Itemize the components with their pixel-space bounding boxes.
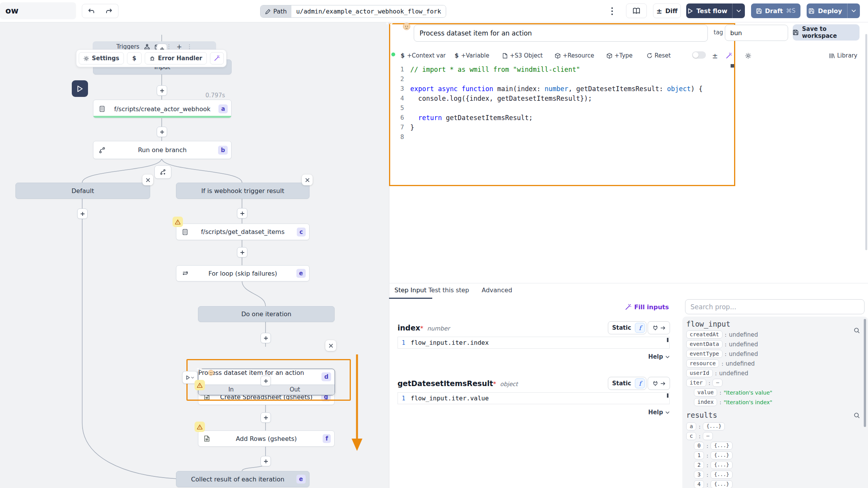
- connect-input-button[interactable]: [648, 321, 670, 334]
- mode-select-getdatesetitemsresult[interactable]: Static f: [608, 377, 646, 390]
- prop-row[interactable]: 0:{...}: [694, 441, 860, 451]
- plusminus-button[interactable]: ±: [712, 50, 718, 61]
- connect-input-button[interactable]: [648, 377, 670, 390]
- deploy-button[interactable]: Deploy: [807, 3, 860, 18]
- reset-button[interactable]: Reset: [647, 50, 671, 61]
- insert-step-button[interactable]: [157, 127, 167, 137]
- save-to-workspace-button[interactable]: Save to workspace: [793, 24, 860, 41]
- more-menu-button[interactable]: [608, 5, 616, 17]
- flow-canvas[interactable]: Triggers ⋮ + ⋮ Settings $ Error Handler: [0, 22, 389, 488]
- prop-row[interactable]: 2:{...}: [694, 460, 860, 470]
- ai-generate-button[interactable]: [726, 50, 732, 61]
- deploy-dropdown[interactable]: [847, 3, 860, 18]
- expr-input-index[interactable]: 1flow_input.iter.index: [398, 337, 670, 349]
- tab-test-this-step[interactable]: Test this step: [428, 286, 469, 294]
- add-branch-button[interactable]: [154, 165, 171, 179]
- insert-step-button[interactable]: [261, 412, 271, 423]
- prop-row[interactable]: value:"Iteration's value": [694, 388, 860, 397]
- prop-row[interactable]: eventType:undefined: [686, 349, 860, 359]
- redo-button[interactable]: [100, 4, 118, 18]
- draft-button[interactable]: Draft⌘S: [751, 3, 800, 18]
- add-variable-button[interactable]: $+Variable: [455, 50, 489, 61]
- deploy-main[interactable]: Deploy: [807, 7, 844, 15]
- prop-explorer[interactable]: flow_input createdAt:undefinedeventData:…: [682, 317, 868, 488]
- insert-step-button[interactable]: [237, 208, 247, 219]
- branch-default-node[interactable]: Default: [15, 183, 150, 199]
- insert-step-button[interactable]: [237, 247, 247, 258]
- chevron-down-icon: [665, 411, 670, 414]
- delete-branch-button[interactable]: [142, 175, 153, 185]
- prop-row[interactable]: 4:{...}: [694, 480, 860, 488]
- chevron-down-icon[interactable]: [191, 376, 194, 379]
- create-actor-webhook-node[interactable]: f/scripts/create_actor_webhook a: [93, 100, 232, 118]
- tab-out[interactable]: Out: [290, 386, 300, 393]
- insert-step-button[interactable]: [261, 376, 271, 386]
- prop-row[interactable]: c:–: [686, 431, 860, 441]
- prop-row[interactable]: 1:{...}: [694, 451, 860, 460]
- search-prop-input[interactable]: Search prop...: [685, 299, 865, 314]
- diff-button[interactable]: ±Diff: [653, 3, 681, 18]
- plug-icon: [653, 325, 658, 330]
- prop-row[interactable]: index:"Iteration's index": [694, 397, 860, 407]
- diff-toggle[interactable]: [692, 51, 706, 59]
- add-resource-button[interactable]: +Resource: [555, 50, 594, 61]
- flow-name-input[interactable]: ow: [0, 2, 76, 19]
- add-type-button[interactable]: +Type: [607, 50, 633, 61]
- undo-button[interactable]: [82, 4, 100, 18]
- help-toggle[interactable]: Help: [633, 409, 670, 416]
- delete-step-button[interactable]: [325, 340, 336, 351]
- settings-button[interactable]: Settings: [79, 52, 124, 64]
- branch-webhook-node[interactable]: If is webhook trigger result: [176, 183, 310, 199]
- insert-step-button[interactable]: [157, 85, 167, 96]
- function-mode-icon[interactable]: f: [635, 323, 645, 333]
- insert-step-button[interactable]: [261, 456, 271, 466]
- prop-row[interactable]: eventData:undefined: [686, 339, 860, 349]
- prop-row[interactable]: iter:–: [686, 378, 860, 388]
- prop-row[interactable]: resource:undefined: [686, 359, 860, 368]
- ai-assistant-button[interactable]: [210, 52, 224, 64]
- prop-value: undefined: [719, 370, 748, 377]
- expr-input-getdatesetitemsresult[interactable]: 1flow_input.iter.value: [398, 392, 670, 404]
- prop-row[interactable]: 3:{...}: [694, 470, 860, 480]
- prop-row[interactable]: userId:undefined: [686, 368, 860, 378]
- prop-row[interactable]: createdAt:undefined: [686, 330, 860, 339]
- step-title-input[interactable]: Process dataset item for an action: [414, 25, 708, 42]
- save-icon: [756, 8, 762, 14]
- tab-advanced[interactable]: Advanced: [482, 286, 512, 294]
- results-heading[interactable]: results: [686, 411, 717, 419]
- for-loop-node[interactable]: For loop (skip failures) e: [176, 265, 310, 281]
- help-toggle[interactable]: Help: [633, 353, 670, 360]
- insert-step-button[interactable]: [77, 208, 88, 219]
- function-mode-icon[interactable]: f: [635, 378, 645, 388]
- prop-row[interactable]: a:{...}: [686, 422, 860, 431]
- add-s3-object-button[interactable]: +S3 Object: [503, 50, 543, 61]
- path-field[interactable]: Path u/admin/example_actor_webhook_flow_…: [260, 5, 446, 18]
- tab-step-input[interactable]: Step Input: [394, 286, 426, 294]
- flow-input-heading[interactable]: flow_input: [686, 320, 730, 328]
- code-editor[interactable]: 1// import * as wmill from "windmill-cli…: [390, 64, 733, 142]
- collect-result-node[interactable]: Collect result of each iteration e: [176, 471, 310, 487]
- docs-button[interactable]: [626, 3, 647, 18]
- scrollbar[interactable]: [864, 319, 866, 427]
- test-up-to-button[interactable]: [72, 80, 88, 97]
- editor-settings-button[interactable]: [745, 50, 751, 61]
- workspace-variables-button[interactable]: $: [127, 52, 142, 64]
- do-one-iteration-node[interactable]: Do one iteration: [198, 306, 335, 322]
- test-flow-button[interactable]: Test flow: [686, 3, 745, 18]
- mode-select-index[interactable]: Static f: [608, 321, 646, 334]
- library-button[interactable]: Library: [829, 50, 857, 61]
- search-icon[interactable]: [854, 412, 860, 419]
- delete-branch-button[interactable]: [302, 175, 313, 185]
- test-flow-main[interactable]: Test flow: [686, 7, 729, 15]
- run-one-branch-node[interactable]: Run one branch b: [93, 141, 232, 159]
- error-handler-button[interactable]: Error Handler: [145, 52, 207, 64]
- scrollbar[interactable]: [865, 34, 867, 250]
- add-rows-node[interactable]: Add Rows (gsheets) f: [198, 430, 335, 447]
- fill-inputs-button[interactable]: Fill inputs: [606, 303, 669, 311]
- insert-step-button[interactable]: [261, 333, 271, 343]
- get-dataset-items-node[interactable]: f/scripts/get_dataset_items c: [176, 224, 310, 240]
- test-flow-dropdown[interactable]: [732, 3, 745, 18]
- add-context-var-button[interactable]: $+Context var: [401, 50, 446, 61]
- tag-input[interactable]: bun: [725, 25, 788, 41]
- tab-in[interactable]: In: [228, 386, 234, 393]
